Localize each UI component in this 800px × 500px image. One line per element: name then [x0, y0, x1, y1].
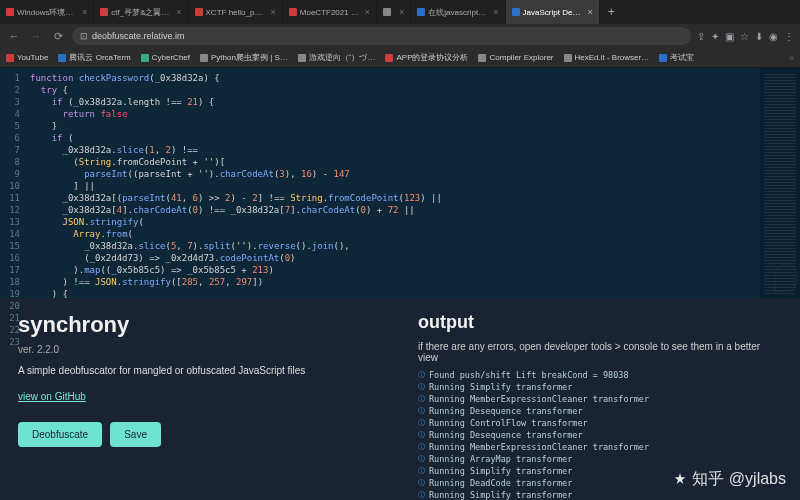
code-line[interactable]: parseInt((parseInt + '').charCodeAt(3), …	[30, 168, 760, 180]
close-icon[interactable]: ×	[82, 7, 87, 17]
new-tab-button[interactable]: +	[600, 0, 623, 24]
site-info-icon[interactable]: ⊡	[80, 31, 88, 41]
bookmark-item[interactable]: Python爬虫案例 | S…	[200, 52, 288, 63]
code-line[interactable]: _0x38d32a.slice(5, 7).split('').reverse(…	[30, 240, 760, 252]
tab-title: XCTF hello_pwn level2 get…	[206, 8, 266, 17]
app-title: synchrony	[18, 312, 398, 338]
github-link[interactable]: view on GitHub	[18, 391, 86, 402]
address-bar-row: ← → ⟳ ⊡ deobfuscate.relative.im ⇪ ✦ ▣ ☆ …	[0, 24, 800, 48]
code-line[interactable]: function checkPassword(_0x38d32a) {	[30, 72, 760, 84]
profile-icon[interactable]: ◉	[769, 31, 778, 42]
bookmark-favicon-icon	[478, 54, 486, 62]
extensions-icon[interactable]: ✦	[711, 31, 719, 42]
code-line[interactable]: (_0x2d4d73) => _0x2d4d73.codePointAt(0)	[30, 252, 760, 264]
bookmark-label: HexEd.it - Browser…	[575, 53, 650, 62]
line-number: 13	[0, 216, 20, 228]
browser-tab[interactable]: JavaScript Deobfuscator×	[506, 0, 600, 24]
browser-tab[interactable]: 在线javascriptdeobfuscat…×	[411, 0, 505, 24]
code-line[interactable]: return false	[30, 108, 760, 120]
bookmark-star-icon[interactable]: ☆	[740, 31, 749, 42]
log-line: ⓘRunning DeadCode transformer	[418, 477, 782, 489]
browser-tab[interactable]: Windows环境下Pin（二进制…×	[0, 0, 94, 24]
tab-title: MoeCTF2021 逆向赛题总结-…	[300, 7, 360, 18]
info-icon: ⓘ	[418, 465, 425, 477]
share-icon[interactable]: ⇪	[697, 31, 705, 42]
bookmark-item[interactable]: 游戏逆向（˘）づ…	[298, 52, 376, 63]
log-text: Found push/shift Lift breakCond = 98038	[429, 369, 629, 381]
tab-title: 在线javascriptdeobfuscat…	[428, 7, 488, 18]
bookmark-favicon-icon	[298, 54, 306, 62]
browser-tab[interactable]: ×	[377, 0, 411, 24]
log-text: Running MemberExpressionCleaner transfor…	[429, 441, 649, 453]
log-text: Running ArrayMap transformer	[429, 453, 572, 465]
line-number: 2	[0, 84, 20, 96]
bookmark-item[interactable]: Compiler Explorer	[478, 53, 553, 62]
info-icon: ⓘ	[418, 429, 425, 441]
info-icon: ⓘ	[418, 477, 425, 489]
code-line[interactable]: try {	[30, 84, 760, 96]
browser-tab[interactable]: XCTF hello_pwn level2 get…×	[189, 0, 283, 24]
bookmark-item[interactable]: 考试宝	[659, 52, 694, 63]
code-line[interactable]: _0x38d32a[(parseInt(41, 6) >> 2) - 2] !=…	[30, 192, 760, 204]
close-icon[interactable]: ×	[588, 7, 593, 17]
line-number: 3	[0, 96, 20, 108]
code-line[interactable]: ] ||	[30, 180, 760, 192]
log-text: Running DeadCode transformer	[429, 477, 572, 489]
back-icon[interactable]: ←	[6, 30, 22, 42]
code-line[interactable]: ) {	[30, 288, 760, 298]
bookmarks-bar: YouTube腾讯云 OrcaTermCyberChefPython爬虫案例 |…	[0, 48, 800, 68]
bookmark-favicon-icon	[200, 54, 208, 62]
bookmarks-overflow-icon[interactable]: »	[789, 53, 794, 63]
code-line[interactable]: JSON.stringify(	[30, 216, 760, 228]
log-line: ⓘRunning MemberExpressionCleaner transfo…	[418, 393, 782, 405]
code-line[interactable]: }	[30, 120, 760, 132]
bookmark-item[interactable]: CyberChef	[141, 53, 190, 62]
user-icon[interactable]: ▣	[725, 31, 734, 42]
app-description: A simple deobfuscator for mangled or obf…	[18, 365, 398, 376]
minimap[interactable]	[760, 68, 800, 298]
close-icon[interactable]: ×	[365, 7, 370, 17]
bookmark-item[interactable]: YouTube	[6, 53, 48, 62]
line-number: 11	[0, 192, 20, 204]
code-content[interactable]: function checkPassword(_0x38d32a) { try …	[26, 68, 760, 298]
info-icon: ⓘ	[418, 489, 425, 500]
forward-icon[interactable]: →	[28, 30, 44, 42]
close-icon[interactable]: ×	[399, 7, 404, 17]
info-icon: ⓘ	[418, 369, 425, 381]
address-bar[interactable]: ⊡ deobfuscate.relative.im	[72, 27, 691, 45]
code-line[interactable]: if (	[30, 132, 760, 144]
close-icon[interactable]: ×	[271, 7, 276, 17]
code-editor[interactable]: 1234567891011121314151617181920212223 fu…	[0, 68, 800, 298]
bookmark-label: CyberChef	[152, 53, 190, 62]
code-line[interactable]: ) !== JSON.stringify([285, 257, 297])	[30, 276, 760, 288]
download-icon[interactable]: ⬇	[755, 31, 763, 42]
info-pane: synchrony ver. 2.2.0 A simple deobfuscat…	[18, 312, 398, 490]
log-line: ⓘRunning Simplify transformer	[418, 489, 782, 500]
bookmark-item[interactable]: 腾讯云 OrcaTerm	[58, 52, 130, 63]
browser-tab[interactable]: MoeCTF2021 逆向赛题总结-…×	[283, 0, 377, 24]
bookmark-item[interactable]: APP的登录协议分析	[385, 52, 468, 63]
deobfuscate-button[interactable]: Deobfuscate	[18, 422, 102, 447]
bookmark-item[interactable]: HexEd.it - Browser…	[564, 53, 650, 62]
browser-tab[interactable]: ctf_寻梦&之翼的博客-CSDN…×	[94, 0, 188, 24]
info-icon: ⓘ	[418, 441, 425, 453]
favicon-icon	[417, 8, 425, 16]
code-line[interactable]: ).map((_0x5b85c5) => _0x5b85c5 + 213)	[30, 264, 760, 276]
log-line: ⓘRunning Desequence transformer	[418, 429, 782, 441]
extension-icons: ⇪ ✦ ▣ ☆ ⬇ ◉ ⋮	[697, 31, 794, 42]
favicon-icon	[195, 8, 203, 16]
code-line[interactable]: Array.from(	[30, 228, 760, 240]
reload-icon[interactable]: ⟳	[50, 30, 66, 43]
code-line[interactable]: _0x38d32a[4].charCodeAt(0) !== _0x38d32a…	[30, 204, 760, 216]
code-line[interactable]: (String.fromCodePoint + '')[	[30, 156, 760, 168]
close-icon[interactable]: ×	[176, 7, 181, 17]
code-line[interactable]: _0x38d32a.slice(1, 2) !==	[30, 144, 760, 156]
code-line[interactable]: if (_0x38d32a.length !== 21) {	[30, 96, 760, 108]
bookmark-favicon-icon	[659, 54, 667, 62]
log-line: ⓘRunning ControlFlow transformer	[418, 417, 782, 429]
favicon-icon	[289, 8, 297, 16]
save-button[interactable]: Save	[110, 422, 161, 447]
close-icon[interactable]: ×	[493, 7, 498, 17]
menu-icon[interactable]: ⋮	[784, 31, 794, 42]
minimap-blob	[774, 264, 798, 292]
